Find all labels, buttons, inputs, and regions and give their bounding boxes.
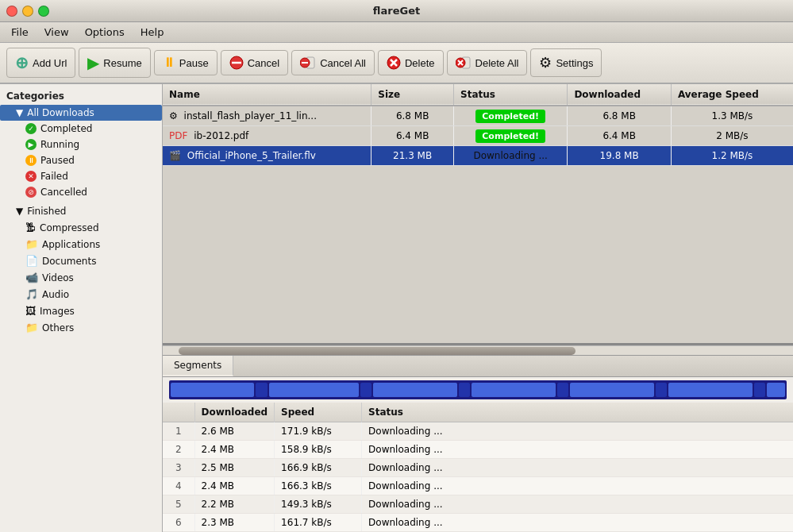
list-item: 2 2.4 MB 158.9 kB/s Downloading ... — [163, 441, 793, 459]
sidebar-item-documents[interactable]: 📄 Documents — [0, 253, 162, 269]
sidebar-item-all-downloads[interactable]: ▼ All Downloads — [0, 105, 162, 121]
seg-speed-cell: 158.9 kB/s — [275, 441, 362, 459]
maximize-button[interactable] — [38, 6, 49, 17]
sidebar: Categories ▼ All Downloads ✓ Completed ▶… — [0, 84, 163, 532]
menu-view[interactable]: View — [37, 24, 77, 40]
file-name: ib-2012.pdf — [194, 130, 248, 141]
failed-icon: ✕ — [25, 171, 37, 182]
status-badge: Completed! — [475, 129, 545, 143]
seg-status-cell: Downloading ... — [362, 459, 793, 477]
list-item: 1 2.6 MB 171.9 kB/s Downloading ... — [163, 422, 793, 441]
cell-name: PDF ib-2012.pdf — [163, 126, 371, 146]
sidebar-label-images: Images — [40, 306, 75, 317]
seg-col-speed: Speed — [275, 403, 362, 422]
pause-label: Pause — [179, 57, 209, 69]
table-row[interactable]: ⚙ install_flash_player_11_lin... 6.8 MB … — [163, 106, 793, 126]
seg-downloaded-cell: 2.4 MB — [194, 441, 275, 459]
window-controls[interactable] — [6, 6, 49, 17]
col-header-name[interactable]: Name — [163, 84, 371, 106]
col-header-speed[interactable]: Average Speed — [671, 84, 793, 106]
sidebar-label-applications: Applications — [42, 239, 100, 250]
cell-size: 6.4 MB — [371, 126, 454, 146]
resume-button[interactable]: ▶ Resume — [79, 48, 150, 78]
sidebar-label-cancelled: Cancelled — [40, 187, 87, 198]
pause-button[interactable]: ⏸ Pause — [154, 50, 217, 75]
cell-speed: 1.2 MB/s — [671, 146, 793, 166]
sidebar-item-paused[interactable]: ⏸ Paused — [0, 152, 162, 168]
sidebar-item-videos[interactable]: 📹 Videos — [0, 269, 162, 286]
add-url-button[interactable]: ⊕ Add Url — [6, 48, 75, 78]
menu-help[interactable]: Help — [133, 24, 172, 40]
delete-all-button[interactable]: Delete All — [447, 50, 528, 75]
sidebar-item-cancelled[interactable]: ⊘ Cancelled — [0, 184, 162, 200]
paused-icon: ⏸ — [25, 155, 37, 166]
segments-table: Downloaded Speed Status 1 2.6 MB 171.9 k… — [163, 403, 793, 532]
horizontal-scrollbar[interactable] — [163, 345, 793, 355]
list-item: 4 2.4 MB 166.3 kB/s Downloading ... — [163, 477, 793, 495]
col-header-size[interactable]: Size — [371, 84, 454, 106]
sidebar-item-applications[interactable]: 📁 Applications — [0, 236, 162, 253]
file-icon: PDF — [169, 130, 187, 141]
settings-button[interactable]: ⚙ Settings — [530, 48, 602, 77]
sidebar-item-failed[interactable]: ✕ Failed — [0, 168, 162, 184]
menu-options[interactable]: Options — [77, 24, 133, 40]
cell-status: Completed! — [454, 106, 568, 126]
seg-speed-cell: 149.3 kB/s — [275, 495, 362, 514]
seg-num-cell: 6 — [163, 514, 194, 532]
resume-label: Resume — [103, 57, 141, 69]
cancel-all-button[interactable]: Cancel All — [291, 50, 375, 75]
col-header-downloaded[interactable]: Downloaded — [568, 84, 672, 106]
seg-col-downloaded: Downloaded — [194, 403, 275, 422]
audio-folder-icon: 🎵 — [25, 288, 38, 300]
close-button[interactable] — [6, 6, 17, 17]
cancel-button[interactable]: Cancel — [221, 50, 288, 75]
arrow-down-icon: ▼ — [16, 107, 23, 118]
status-badge: Downloading ... — [473, 150, 547, 161]
titlebar: flareGet — [0, 0, 793, 22]
file-name: Official_iPhone_5_Trailer.flv — [187, 150, 316, 161]
scrollbar-thumb[interactable] — [179, 347, 576, 355]
running-icon: ▶ — [25, 139, 37, 150]
add-url-label: Add Url — [33, 57, 67, 69]
cancel-all-label: Cancel All — [320, 57, 366, 69]
settings-label: Settings — [556, 57, 593, 69]
sidebar-item-compressed[interactable]: 🗜 Compressed — [0, 219, 162, 236]
table-row[interactable]: PDF ib-2012.pdf 6.4 MB Completed! 6.4 MB… — [163, 126, 793, 146]
table-row[interactable]: 🎬 Official_iPhone_5_Trailer.flv 21.3 MB … — [163, 146, 793, 166]
seg-downloaded-cell: 2.2 MB — [194, 495, 275, 514]
segments-tab[interactable]: Segments — [163, 356, 233, 376]
toolbar: ⊕ Add Url ▶ Resume ⏸ Pause Cancel Cancel… — [0, 43, 793, 84]
cell-size: 6.8 MB — [371, 106, 454, 126]
seg-status-cell: Downloading ... — [362, 422, 793, 441]
col-header-status[interactable]: Status — [454, 84, 568, 106]
arrow-down-icon-finished: ▼ — [16, 206, 23, 217]
file-icon: ⚙ — [169, 110, 178, 121]
right-panel: Name Size Status Downloaded Average Spee… — [163, 84, 793, 532]
completed-icon: ✓ — [25, 123, 37, 134]
minimize-button[interactable] — [22, 6, 33, 17]
segments-panel: Segments — [163, 355, 793, 532]
main-area: Categories ▼ All Downloads ✓ Completed ▶… — [0, 84, 793, 532]
cancel-label: Cancel — [248, 57, 279, 69]
sidebar-item-completed[interactable]: ✓ Completed — [0, 121, 162, 137]
segments-table-container[interactable]: Downloaded Speed Status 1 2.6 MB 171.9 k… — [163, 403, 793, 532]
sidebar-item-images[interactable]: 🖼 Images — [0, 303, 162, 319]
menu-file[interactable]: File — [3, 24, 37, 40]
sidebar-label-all-downloads: All Downloads — [27, 107, 94, 118]
seg-downloaded-cell: 2.6 MB — [194, 422, 275, 441]
seg-header-row: Downloaded Speed Status — [163, 403, 793, 422]
file-icon: 🎬 — [169, 150, 181, 161]
list-item: 3 2.5 MB 166.9 kB/s Downloading ... — [163, 459, 793, 477]
status-badge: Completed! — [475, 110, 545, 123]
pause-icon: ⏸ — [163, 56, 175, 70]
sidebar-item-running[interactable]: ▶ Running — [0, 137, 162, 152]
sidebar-item-others[interactable]: 📁 Others — [0, 319, 162, 336]
sidebar-item-finished[interactable]: ▼ Finished — [0, 203, 162, 219]
images-folder-icon: 🖼 — [25, 305, 36, 317]
sidebar-label-documents: Documents — [42, 256, 96, 267]
sidebar-label-finished: Finished — [27, 206, 66, 217]
sidebar-item-audio[interactable]: 🎵 Audio — [0, 286, 162, 303]
downloads-table-container[interactable]: Name Size Status Downloaded Average Spee… — [163, 84, 793, 345]
delete-button[interactable]: Delete — [378, 50, 444, 75]
seg-status-cell: Downloading ... — [362, 477, 793, 495]
